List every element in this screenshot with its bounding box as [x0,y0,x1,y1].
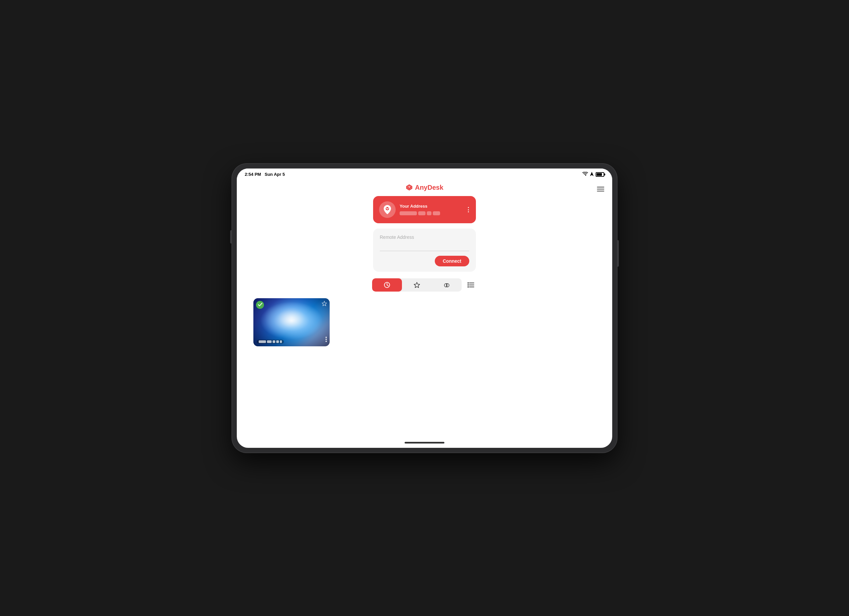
address-number [400,211,470,215]
hamburger-line-2 [597,189,604,189]
session-card[interactable] [253,298,330,346]
nav-bar: AnyDesk [243,182,606,196]
svg-point-11 [326,337,327,338]
battery-icon [596,172,604,177]
remote-address-input[interactable] [380,243,469,251]
tabs-container [372,278,477,292]
screen: 2:54 PM Sun Apr 5 [237,169,612,448]
session-online-check [256,301,264,309]
list-view-button[interactable] [465,279,477,291]
your-address-label: Your Address [400,204,470,209]
location-pin-icon [383,204,392,215]
hamburger-menu-button[interactable] [596,185,606,193]
address-info: Your Address [400,204,470,215]
your-address-card: Your Address ⋮ [373,196,476,223]
home-bar [405,442,444,443]
connect-button[interactable]: Connect [435,256,469,266]
svg-point-13 [326,341,327,342]
status-bar: 2:54 PM Sun Apr 5 [237,169,612,179]
name-block-3 [273,340,275,343]
location-icon [590,172,594,177]
remote-input-wrapper: Remote Address [380,234,469,251]
favorites-icon [414,282,420,288]
session-name-blocks [259,340,282,343]
app-logo: AnyDesk [406,184,443,191]
name-block-4 [276,340,279,343]
connect-btn-container: Connect [380,256,469,266]
svg-rect-10 [468,286,469,288]
device-frame: 2:54 PM Sun Apr 5 [232,164,617,452]
tab-group [372,278,462,292]
remote-address-label: Remote Address [380,234,469,240]
app-name-text: AnyDesk [415,184,443,191]
tab-discover[interactable] [432,278,462,292]
session-more-button[interactable] [325,336,327,344]
wifi-icon [582,172,588,177]
home-indicator [237,438,612,448]
time-display: 2:54 PM [245,172,261,177]
tab-recent[interactable] [372,278,402,292]
remote-address-card: Remote Address Connect [373,228,476,272]
name-block-5 [280,340,282,343]
session-thumbnail [253,298,330,346]
address-avatar [379,201,396,218]
date-display: Sun Apr 5 [265,172,285,177]
addr-block-2 [418,211,426,215]
status-icons [582,172,604,177]
status-time: 2:54 PM Sun Apr 5 [245,172,285,177]
discover-icon [443,282,450,288]
sessions-grid [243,298,606,353]
session-favorite-star[interactable] [322,301,327,307]
main-content: AnyDesk [237,179,612,438]
name-block-1 [259,340,266,343]
hamburger-line-1 [597,187,604,187]
session-name [257,340,284,344]
tab-favorites[interactable] [402,278,432,292]
recent-icon [384,282,390,288]
svg-rect-8 [468,282,469,283]
name-block-2 [267,340,272,343]
addr-block-4 [433,211,440,215]
svg-point-3 [386,207,389,210]
anydesk-logo-icon [406,184,413,191]
addr-block-1 [400,211,417,215]
svg-rect-9 [468,284,469,286]
svg-point-12 [326,339,327,340]
addr-block-3 [427,211,432,215]
hamburger-line-3 [597,191,604,191]
list-view-icon [467,282,475,288]
address-more-button[interactable]: ⋮ [465,206,471,213]
